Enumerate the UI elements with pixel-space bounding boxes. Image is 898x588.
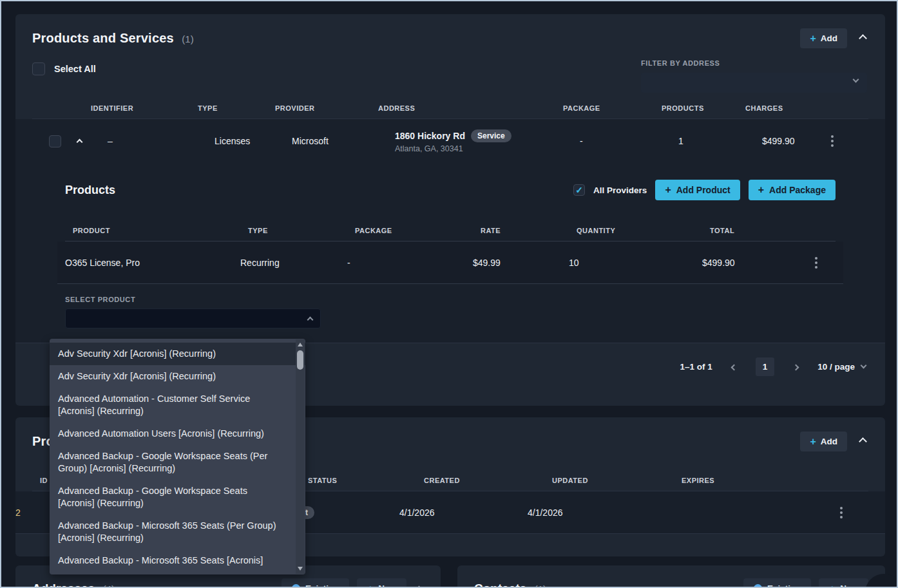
existing-contact-button[interactable]: Existing: [743, 578, 812, 588]
service-badge: Service: [471, 129, 511, 142]
cell-type: Recurring: [240, 258, 347, 268]
column-header: CHARGES: [745, 104, 830, 112]
column-header: IDENTIFIER: [91, 104, 198, 112]
green-arrow-icon: ➤: [874, 582, 893, 588]
column-header: PRODUCTS: [662, 104, 745, 112]
cell-updated: 4/1/2026: [528, 507, 657, 518]
plus-icon: +: [829, 585, 835, 588]
add-button-label: Add: [821, 437, 837, 446]
column-header: PACKAGE: [563, 104, 662, 112]
chevron-up-icon: [416, 586, 423, 588]
row-menu-button[interactable]: [827, 131, 837, 151]
column-header: UPDATED: [552, 477, 682, 484]
products-panel-title: Products: [65, 184, 115, 197]
select-product-dropdown: Adv Security Xdr [Acronis] (Recurring)Ad…: [50, 339, 305, 574]
cell-charges: $499.90: [762, 136, 813, 146]
new-label: New: [378, 583, 396, 588]
products-services-header: Products and Services (1) + Add: [32, 28, 868, 48]
dropdown-option-list: Adv Security Xdr [Acronis] (Recurring)Ad…: [50, 343, 305, 572]
contacts-title: Contacts: [474, 582, 526, 588]
chevron-right-icon: [793, 365, 799, 371]
dropdown-option[interactable]: Advanced Backup - Google Workspace Seats…: [50, 445, 305, 480]
filter-by-address-select[interactable]: [641, 73, 867, 93]
dropdown-option[interactable]: Advanced Backup - Microsoft 365 Seats (P…: [50, 515, 305, 549]
scroll-down-arrow-icon[interactable]: [298, 567, 303, 571]
next-page-button[interactable]: [791, 359, 801, 374]
chevron-up-icon: [859, 34, 867, 43]
chevron-up-icon: [77, 138, 83, 145]
contacts-count: (1): [535, 583, 546, 588]
address-line2: Atlanta, GA, 30341: [395, 144, 580, 153]
column-header: TYPE: [198, 104, 275, 112]
plus-icon: +: [665, 187, 671, 193]
dropdown-option[interactable]: Adv Security Xdr [Acronis] (Recurring): [50, 365, 305, 388]
new-address-button[interactable]: + New: [357, 578, 406, 588]
row-checkbox[interactable]: [49, 135, 61, 147]
addresses-count: (4): [103, 583, 115, 588]
collapse-section-button[interactable]: [857, 434, 868, 449]
cell-address: 1860 Hickory Rd Service Atlanta, GA, 303…: [395, 129, 580, 153]
new-contact-button[interactable]: + New: [819, 578, 868, 588]
filter-by-address: FILTER BY ADDRESS: [641, 59, 867, 93]
cell-products: 1: [678, 136, 762, 146]
existing-label: Existing: [305, 583, 339, 588]
chevron-down-icon: [853, 77, 859, 83]
column-header: PROVIDER: [275, 104, 378, 112]
scroll-up-arrow-icon[interactable]: [298, 343, 303, 346]
dropdown-option[interactable]: Adv Security Xdr [Acronis] (Recurring): [50, 343, 305, 365]
collapse-section-button[interactable]: [857, 31, 868, 46]
select-product-input[interactable]: [65, 308, 321, 328]
plus-icon: +: [367, 585, 373, 588]
addresses-title: Addresses: [32, 582, 95, 588]
dropdown-option[interactable]: Advanced Automation Users [Acronis] (Rec…: [50, 422, 305, 445]
column-header: ADDRESS: [378, 104, 563, 112]
cell-rate: $49.99: [473, 258, 569, 268]
add-proposal-button[interactable]: + Add: [800, 432, 847, 451]
chevron-up-icon: [859, 437, 867, 446]
add-product-service-button[interactable]: + Add: [800, 28, 847, 48]
all-providers-label: All Providers: [593, 185, 647, 195]
column-header: PACKAGE: [355, 227, 481, 234]
dropdown-option[interactable]: Advanced Backup - Google Workspace Seats…: [50, 480, 305, 515]
collapse-row-button[interactable]: [75, 134, 84, 149]
cell-package: -: [347, 258, 473, 268]
products-services-title: Products and Services: [32, 31, 174, 45]
previous-page-button[interactable]: [729, 359, 739, 374]
person-icon: [292, 584, 300, 588]
column-header: PRODUCT: [73, 227, 248, 234]
existing-label: Existing: [767, 583, 801, 588]
select-all-checkbox[interactable]: [32, 62, 45, 75]
page-number-button[interactable]: 1: [756, 357, 775, 376]
plus-icon: +: [758, 187, 764, 193]
collapse-section-button[interactable]: [414, 581, 424, 588]
cell-total: $499.90: [702, 258, 797, 268]
column-header: EXPIRES: [682, 477, 830, 484]
cell-identifier: –: [108, 136, 215, 146]
chevron-up-icon: [307, 317, 314, 323]
add-package-label: Add Package: [769, 185, 826, 195]
dropdown-scrollbar[interactable]: [296, 339, 305, 574]
add-package-button[interactable]: + Add Package: [749, 180, 836, 200]
scrollbar-thumb[interactable]: [297, 350, 303, 370]
filter-by-address-label: FILTER BY ADDRESS: [641, 59, 867, 67]
product-table-row[interactable]: O365 License, Pro Recurring - $49.99 10 …: [57, 242, 843, 284]
row-menu-button[interactable]: [811, 253, 821, 272]
dropdown-option[interactable]: Advanced Backup - Microsoft 365 Seats [A…: [50, 549, 305, 572]
add-product-button[interactable]: + Add Product: [655, 180, 740, 200]
page-size-value: 10 / page: [817, 362, 855, 372]
plus-icon: +: [810, 35, 816, 42]
column-header: TYPE: [248, 227, 355, 234]
page-size-select[interactable]: 10 / page: [817, 362, 866, 372]
add-product-label: Add Product: [676, 185, 731, 195]
add-button-label: Add: [821, 33, 837, 43]
column-header: RATE: [481, 227, 577, 234]
row-menu-button[interactable]: [836, 503, 846, 522]
products-table-header: PRODUCTTYPEPACKAGERATEQUANTITYTOTAL: [65, 220, 836, 242]
cell-package: -: [580, 136, 678, 146]
check-icon: ✓: [575, 185, 583, 195]
dropdown-option[interactable]: Advanced Automation - Customer Self Serv…: [50, 388, 305, 422]
chevron-left-icon: [731, 365, 737, 371]
existing-address-button[interactable]: Existing: [282, 578, 350, 588]
service-table-row[interactable]: – Licenses Microsoft 1860 Hickory Rd Ser…: [49, 119, 852, 163]
all-providers-checkbox[interactable]: ✓: [573, 184, 585, 196]
